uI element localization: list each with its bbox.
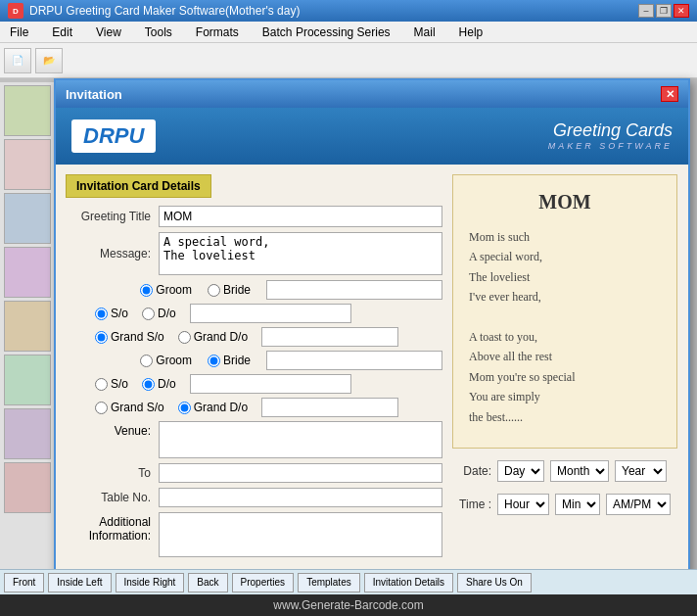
do-radio-label[interactable]: D/o xyxy=(142,307,176,320)
so-radio[interactable] xyxy=(95,308,108,320)
tab-templates[interactable]: Templates xyxy=(298,573,360,592)
groom-radio-label-1[interactable]: Groom xyxy=(140,283,192,297)
greeting-title-label: Greeting Title xyxy=(66,210,159,223)
grand-do-radio-label[interactable]: Grand D/o xyxy=(178,330,248,344)
grand-do-radio-2[interactable] xyxy=(178,402,191,414)
add-info-input[interactable] xyxy=(159,512,442,557)
thumbnail-7[interactable] xyxy=(4,408,51,459)
grand-do-radio[interactable] xyxy=(178,331,191,344)
menu-help[interactable]: Help xyxy=(453,24,489,41)
restore-button[interactable]: ❐ xyxy=(656,4,672,18)
card-line-7: Above all the rest xyxy=(469,347,661,366)
status-url: www.Generate-Barcode.com xyxy=(273,598,423,612)
message-input[interactable]: A special word, The loveliest xyxy=(159,232,442,275)
so-do-input-2[interactable] xyxy=(190,374,351,394)
grand-so-radio-label-2[interactable]: Grand S/o xyxy=(95,401,164,414)
tab-properties[interactable]: Properties xyxy=(232,573,295,592)
greeting-title-row: Greeting Title xyxy=(66,206,442,227)
menu-file[interactable]: File xyxy=(4,24,34,41)
year-select[interactable]: Year202320242025 xyxy=(615,460,667,482)
time-label: Time : xyxy=(452,498,491,511)
thumbnail-1[interactable] xyxy=(4,85,51,136)
so-radio-label[interactable]: S/o xyxy=(95,307,128,320)
so-radio-label-2[interactable]: S/o xyxy=(95,377,128,391)
groom-bride-group-1: Groom Bride xyxy=(140,280,442,300)
tab-front[interactable]: Front xyxy=(4,573,44,592)
table-no-input[interactable] xyxy=(159,488,442,507)
do-radio[interactable] xyxy=(142,308,155,320)
card-title: MOM xyxy=(469,191,661,213)
bride-radio-2[interactable] xyxy=(208,355,220,367)
form-panel: Invitation Card Details Greeting Title M… xyxy=(66,174,442,616)
sidebar-header xyxy=(0,78,54,82)
time-row: Time : Hour1234 Min00153045 AM/PMAMPM xyxy=(452,488,678,515)
tab-inside-left[interactable]: Inside Left xyxy=(48,573,111,592)
bride-radio-1[interactable] xyxy=(208,284,220,297)
ampm-select[interactable]: AM/PMAMPM xyxy=(606,494,671,515)
min-select[interactable]: Min00153045 xyxy=(555,494,600,515)
so-do-input[interactable] xyxy=(190,304,351,323)
groom-bride-group-2: Groom Bride xyxy=(140,351,442,370)
grand-so-do-row-2: Grand S/o Grand D/o xyxy=(66,398,442,417)
dialog-close-button[interactable]: ✕ xyxy=(661,86,678,102)
thumbnail-8[interactable] xyxy=(4,462,51,513)
groom-radio-1[interactable] xyxy=(140,284,153,297)
month-select[interactable]: Month JanFebMarApr MayJunJulAug SepOctNo… xyxy=(550,460,609,482)
day-select[interactable]: Day 123 xyxy=(497,460,544,482)
groom-radio-label-2[interactable]: Groom xyxy=(140,354,192,367)
so-do-row: S/o D/o xyxy=(66,304,442,323)
card-line-3: The loveliest xyxy=(469,267,661,287)
menu-formats[interactable]: Formats xyxy=(190,24,245,41)
hour-select[interactable]: Hour1234 xyxy=(497,494,549,515)
toolbar: 📄 📂 xyxy=(0,43,697,78)
tab-back[interactable]: Back xyxy=(188,573,227,592)
tab-share[interactable]: Share Us On xyxy=(457,573,532,592)
menu-view[interactable]: View xyxy=(90,24,127,41)
toolbar-btn-open[interactable]: 📂 xyxy=(35,48,63,73)
grand-so-do-input-2[interactable] xyxy=(261,398,398,417)
menu-tools[interactable]: Tools xyxy=(139,24,178,41)
grand-so-radio-label[interactable]: Grand S/o xyxy=(95,330,164,344)
grand-so-radio-2[interactable] xyxy=(95,402,108,414)
do-radio-label-2[interactable]: D/o xyxy=(142,377,176,391)
do-radio-2[interactable] xyxy=(142,378,155,391)
groom-bride-input-1[interactable] xyxy=(266,280,442,300)
thumbnail-5[interactable] xyxy=(4,301,51,352)
card-line-2: A special word, xyxy=(469,247,661,266)
menu-mail[interactable]: Mail xyxy=(408,24,441,41)
minimize-button[interactable]: – xyxy=(638,4,654,18)
menu-bar: File Edit View Tools Formats Batch Proce… xyxy=(0,22,697,43)
to-input[interactable] xyxy=(159,463,442,483)
groom-radio-2[interactable] xyxy=(140,355,153,367)
dialog-body: Invitation Card Details Greeting Title M… xyxy=(56,165,688,616)
grand-so-do-group: Grand S/o Grand D/o xyxy=(95,327,398,347)
bride-radio-label-2[interactable]: Bride xyxy=(208,354,251,367)
card-line-6: A toast to you, xyxy=(469,327,661,347)
grand-so-do-row: Grand S/o Grand D/o xyxy=(66,327,442,347)
card-line-4: I've ever heard, xyxy=(469,287,661,307)
window-controls: – ❐ ✕ xyxy=(638,4,689,18)
close-button[interactable]: ✕ xyxy=(674,4,689,18)
menu-edit[interactable]: Edit xyxy=(46,24,78,41)
dialog-title: Invitation xyxy=(66,87,122,102)
so-do-group-2: S/o D/o xyxy=(95,374,351,394)
tab-inside-right[interactable]: Inside Right xyxy=(116,573,185,592)
thumbnail-4[interactable] xyxy=(4,247,51,298)
tab-invitation-details[interactable]: Invitation Details xyxy=(364,573,453,592)
venue-row: Venue: xyxy=(66,421,442,458)
thumbnail-6[interactable] xyxy=(4,355,51,405)
menu-batch[interactable]: Batch Processing Series xyxy=(256,24,396,41)
greeting-title-input[interactable] xyxy=(159,206,442,227)
grand-do-radio-label-2[interactable]: Grand D/o xyxy=(178,401,248,414)
venue-input[interactable] xyxy=(159,421,442,458)
thumbnail-2[interactable] xyxy=(4,139,51,190)
toolbar-btn-new[interactable]: 📄 xyxy=(4,48,31,73)
drpu-logo: DRPU xyxy=(71,119,156,153)
thumbnail-3[interactable] xyxy=(4,193,51,244)
grand-so-do-input[interactable] xyxy=(261,327,398,347)
groom-bride-input-2[interactable] xyxy=(266,351,442,370)
bride-radio-label-1[interactable]: Bride xyxy=(208,283,251,297)
invitation-tab[interactable]: Invitation Card Details xyxy=(66,174,211,198)
so-radio-2[interactable] xyxy=(95,378,108,391)
grand-so-radio[interactable] xyxy=(95,331,108,344)
